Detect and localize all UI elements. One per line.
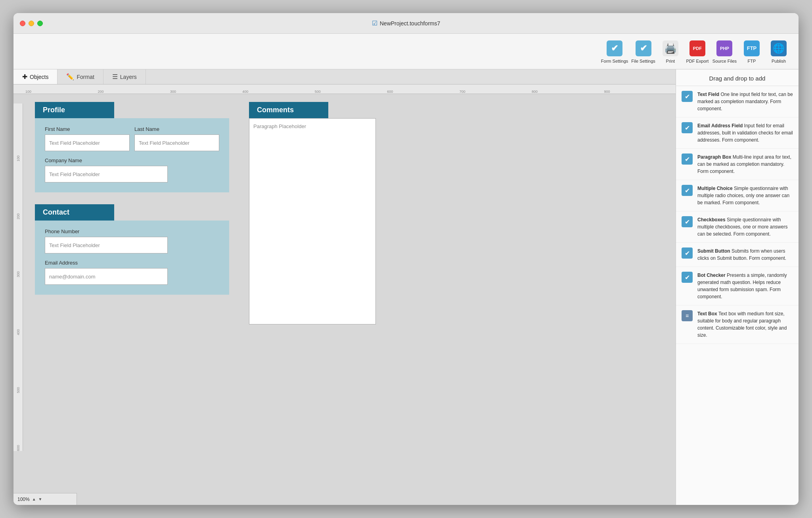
objects-tab-icon: ✚: [22, 73, 27, 81]
paragraph-placeholder: Paragraph Placeholder: [253, 123, 306, 129]
ruler-mark: 200: [97, 90, 169, 94]
submit-button-icon: ✔: [682, 247, 693, 259]
panel-item-text-field[interactable]: ✔ Text Field One line input field for te…: [676, 86, 799, 117]
canvas-content: Profile First Name Text Field Placeholde…: [35, 102, 376, 324]
form-settings-icon: ✔: [607, 40, 622, 56]
ruler-mark: 600: [386, 90, 458, 94]
name-row: First Name Text Field Placeholder Last N…: [45, 126, 219, 151]
tab-format[interactable]: ✏️ Format: [57, 69, 103, 84]
source-files-icon: PHP: [716, 40, 732, 56]
last-name-label: Last Name: [134, 126, 219, 132]
ruler-mark: 100: [25, 90, 97, 94]
pdf-export-button[interactable]: PDF PDF Export: [686, 40, 709, 63]
toolbar: ✔ Form Settings ✔ File Settings 🖨️ Print…: [13, 34, 799, 69]
bot-checker-icon: ✔: [682, 272, 693, 283]
file-settings-button[interactable]: ✔ File Settings: [631, 40, 655, 63]
email-input[interactable]: name@domain.com: [45, 268, 168, 285]
zoom-up-arrow[interactable]: ▲: [32, 497, 36, 501]
close-button[interactable]: [20, 21, 25, 26]
comments-section: Comments Paragraph Placeholder: [249, 102, 376, 324]
email-field-name: Email Address Field: [697, 123, 743, 129]
submit-button-name: Submit Button: [697, 248, 730, 254]
contact-section: Contact Phone Number Text Field Placehol…: [35, 204, 229, 295]
tabbar: ✚ Objects ✏️ Format ☰ Layers: [13, 69, 676, 84]
window-title: ☑ NewProject.touchforms7: [372, 19, 440, 27]
ruler-mark: 400: [241, 90, 314, 94]
contact-header: Contact: [35, 204, 114, 221]
minimize-button[interactable]: [29, 21, 34, 26]
company-name-field-group: Company Name Text Field Placeholder: [45, 157, 219, 182]
maximize-button[interactable]: [37, 21, 43, 26]
ruler-mark: 500: [314, 90, 386, 94]
text-box-name: Text Box: [697, 311, 717, 317]
pdf-export-icon: PDF: [689, 40, 705, 56]
panel-item-checkboxes[interactable]: ✔ Checkboxes Simple questionnaire with m…: [676, 211, 799, 243]
publish-icon-box: 🌐: [770, 40, 787, 57]
titlebar: ☑ NewProject.touchforms7: [13, 13, 799, 34]
checkboxes-name: Checkboxes: [697, 217, 726, 223]
right-panel: Drag and drop to add ✔ Text Field One li…: [676, 69, 799, 505]
file-settings-icon: ✔: [636, 40, 651, 56]
profile-header: Profile: [35, 102, 114, 118]
profile-section: Profile First Name Text Field Placeholde…: [35, 102, 229, 192]
canvas-area[interactable]: ✚ Objects ✏️ Format ☰ Layers 100: [13, 69, 676, 505]
tab-layers[interactable]: ☰ Layers: [103, 69, 146, 84]
paragraph-box-name: Paragraph Box: [697, 154, 731, 160]
panel-item-email-field[interactable]: ✔ Email Address Field Input field for em…: [676, 117, 799, 149]
first-name-field-group: First Name Text Field Placeholder: [45, 126, 130, 151]
email-label: Email Address: [45, 260, 219, 266]
file-settings-icon-box: ✔: [635, 40, 652, 57]
last-name-input[interactable]: Text Field Placeholder: [134, 134, 219, 151]
traffic-lights: [20, 21, 43, 26]
company-name-label: Company Name: [45, 157, 219, 163]
print-icon-box: 🖨️: [662, 40, 679, 57]
canvas-inner: Profile First Name Text Field Placeholde…: [23, 94, 388, 451]
form-settings-icon-box: ✔: [606, 40, 623, 57]
ruler-mark: 300: [169, 90, 241, 94]
multiple-choice-name: Multiple Choice: [697, 186, 733, 191]
ftp-button[interactable]: FTP FTP: [740, 40, 764, 63]
ruler-mark: 900: [603, 90, 676, 94]
first-name-label: First Name: [45, 126, 130, 132]
canvas-scroll[interactable]: 100 200 300 400 500 600 Profi: [13, 94, 676, 451]
checkboxes-icon: ✔: [682, 216, 693, 227]
text-box-icon: ≡: [682, 310, 693, 321]
publish-button[interactable]: 🌐 Publish: [767, 40, 791, 63]
tab-objects[interactable]: ✚ Objects: [13, 69, 57, 84]
format-tab-icon: ✏️: [66, 73, 74, 81]
ruler-marks: 100 200 300 400 500 600 700 800 900: [25, 90, 676, 94]
phone-input[interactable]: Text Field Placeholder: [45, 237, 168, 253]
app-icon: ☑: [372, 19, 377, 27]
panel-item-paragraph-box[interactable]: ✔ Paragraph Box Multi-line input area fo…: [676, 149, 799, 180]
pdf-export-icon-box: PDF: [689, 40, 706, 57]
zoom-value: 100%: [17, 497, 30, 502]
ruler-left: 100 200 300 400 500 600: [13, 104, 23, 451]
first-name-input[interactable]: Text Field Placeholder: [45, 134, 130, 151]
print-button[interactable]: 🖨️ Print: [659, 40, 682, 63]
email-field-icon: ✔: [682, 122, 693, 133]
paragraph-box-icon: ✔: [682, 153, 693, 165]
comments-body[interactable]: Paragraph Placeholder: [249, 118, 376, 324]
ruler-mark: 800: [531, 90, 603, 94]
panel-item-submit-button[interactable]: ✔ Submit Button Submits form when users …: [676, 243, 799, 267]
layers-tab-icon: ☰: [112, 73, 118, 81]
source-files-button[interactable]: PHP Source Files: [712, 40, 737, 63]
company-name-input[interactable]: Text Field Placeholder: [45, 166, 168, 182]
print-icon: 🖨️: [663, 40, 678, 56]
panel-item-bot-checker[interactable]: ✔ Bot Checker Presents a simple, randoml…: [676, 267, 799, 305]
last-name-field-group: Last Name Text Field Placeholder: [134, 126, 219, 151]
ruler-mark: 700: [459, 90, 531, 94]
comments-header: Comments: [249, 102, 328, 118]
multiple-choice-icon: ✔: [682, 185, 693, 196]
ruler-top: 100 200 300 400 500 600 700 800 900: [13, 84, 676, 94]
phone-label: Phone Number: [45, 228, 219, 234]
source-files-icon-box: PHP: [716, 40, 733, 57]
form-settings-button[interactable]: ✔ Form Settings: [601, 40, 628, 63]
panel-item-multiple-choice[interactable]: ✔ Multiple Choice Simple questionnaire w…: [676, 180, 799, 211]
panel-item-text-box[interactable]: ≡ Text Box Text box with medium font siz…: [676, 305, 799, 344]
zoom-down-arrow[interactable]: ▼: [38, 497, 42, 501]
left-column: Profile First Name Text Field Placeholde…: [35, 102, 229, 295]
phone-field-group: Phone Number Text Field Placeholder: [45, 228, 219, 253]
contact-body: Phone Number Text Field Placeholder Emai…: [35, 221, 229, 295]
text-field-name: Text Field: [697, 92, 719, 97]
